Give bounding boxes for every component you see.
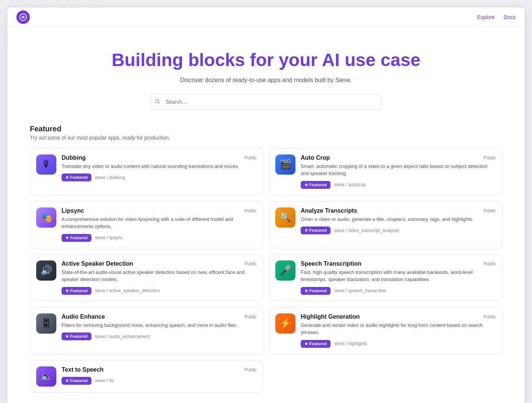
card-audio-enhance[interactable]: 🎛 Audio Enhance Public Filters for remov… (30, 307, 263, 354)
card-autocrop[interactable]: 🎬 Auto Crop Public Smart, automatic crop… (269, 148, 502, 195)
nav-explore[interactable]: Explore (477, 14, 495, 20)
card-public-label: Public (244, 314, 257, 319)
featured-badge: ★ Featured (301, 340, 331, 348)
card-description: Filters for removing background noise, e… (62, 322, 257, 329)
card-active-speaker[interactable]: 🔊 Active Speaker Detection Public State-… (30, 254, 263, 301)
card-dubbing[interactable]: 🎙 Dubbing Public Translate any video or … (30, 148, 263, 195)
card-info: Text to Speech Public ★ Featured sieve /… (62, 366, 257, 385)
card-title-row: Text to Speech Public (62, 366, 257, 373)
card-footer: ★ Featured sieve / tts (62, 377, 257, 385)
card-description: A comprehensive solution for video lipsy… (62, 216, 257, 230)
card-path: sieve / highlights (334, 341, 367, 346)
card-icon-speech-transcription: 🎤 (275, 260, 295, 281)
logo[interactable] (16, 10, 30, 24)
card-public-label: Public (244, 367, 257, 372)
card-info: Active Speaker Detection Public State-of… (62, 260, 257, 295)
card-public-label: Public (484, 208, 496, 213)
card-icon-highlight-generation: ⚡ (275, 313, 295, 334)
card-info: Speech Transcription Public Fast, high q… (301, 260, 496, 295)
card-title-row: Audio Enhance Public (62, 313, 257, 320)
card-title-row: Auto Crop Public (301, 154, 496, 161)
search-container (150, 94, 382, 110)
card-header: 🎙 Dubbing Public Translate any video or … (36, 154, 257, 182)
card-highlight-generation[interactable]: ⚡ Highlight Generation Public Generate a… (269, 307, 502, 354)
card-analyze-transcripts[interactable]: 🔍 Analyze Transcripts Public Given a vid… (269, 201, 502, 248)
card-public-label: Public (484, 261, 496, 266)
card-icon-dubbing: 🎙 (36, 154, 56, 175)
search-icon (155, 99, 160, 105)
card-header: 🎛 Audio Enhance Public Filters for remov… (36, 313, 257, 341)
card-footer: ★ Featured sieve / highlights (301, 340, 496, 348)
featured-badge: ★ Featured (62, 332, 91, 340)
card-title-row: Speech Transcription Public (301, 260, 496, 267)
card-title: Dubbing (62, 154, 86, 161)
card-title-row: Dubbing Public (62, 154, 257, 161)
featured-badge: ★ Featured (301, 227, 331, 234)
card-description: Smart, automatic cropping of a video to … (301, 163, 496, 177)
featured-badge: ★ Featured (301, 287, 331, 295)
featured-badge: ★ Featured (62, 377, 91, 385)
card-public-label: Public (484, 314, 496, 319)
hero-section: Building blocks for your AI use case Dis… (7, 27, 525, 125)
card-public-label: Public (484, 155, 496, 160)
card-icon-analyze-transcripts: 🔍 (275, 207, 295, 228)
card-info: Highlight Generation Public Generate and… (301, 313, 496, 348)
card-info: Lipsync Public A comprehensive solution … (62, 207, 257, 242)
featured-badge: ★ Featured (301, 181, 331, 189)
card-description: State-of-the-art audio-visual active spe… (62, 269, 257, 283)
card-info: Analyze Transcripts Public Given a video… (301, 207, 496, 235)
search-input[interactable] (150, 94, 382, 110)
nav-docs[interactable]: Docs (504, 14, 516, 20)
card-path: sieve / active_speaker_detection (95, 288, 160, 293)
card-icon-autocrop: 🎬 (275, 154, 295, 175)
navigation: Explore Docs (7, 7, 525, 27)
cards-grid: 🎙 Dubbing Public Translate any video or … (30, 148, 502, 393)
card-info: Dubbing Public Translate any video or au… (62, 154, 257, 182)
card-path: sieve / tts (95, 378, 114, 383)
card-public-label: Public (244, 261, 257, 266)
card-title: Lipsync (62, 207, 84, 214)
card-path: sieve / lipsync (95, 235, 123, 240)
featured-section: Featured Try out some of our most popula… (7, 125, 525, 393)
card-info: Auto Crop Public Smart, automatic croppi… (301, 154, 496, 189)
card-header: 🔍 Analyze Transcripts Public Given a vid… (275, 207, 496, 235)
card-path: sieve / speech_transcriber (334, 288, 387, 293)
card-header: 🔈 Text to Speech Public ★ Featured sieve… (36, 366, 257, 387)
card-title-row: Lipsync Public (62, 207, 257, 214)
card-icon-lipsync: 🎭 (36, 207, 56, 228)
card-path: sieve / video_transcript_analyzer (334, 228, 400, 233)
card-footer: ★ Featured sieve / video_transcript_anal… (301, 227, 496, 234)
logo-icon (16, 10, 30, 24)
hero-subtitle: Discover dozens of ready-to-use apps and… (15, 77, 517, 84)
main-content: Building blocks for your AI use case Dis… (7, 27, 525, 403)
card-lipsync[interactable]: 🎭 Lipsync Public A comprehensive solutio… (30, 201, 263, 248)
featured-badge: ★ Featured (62, 174, 91, 181)
card-header: 🎤 Speech Transcription Public Fast, high… (275, 260, 496, 295)
card-public-label: Public (244, 208, 257, 213)
featured-badge: ★ Featured (62, 287, 91, 295)
card-header: 🎬 Auto Crop Public Smart, automatic crop… (275, 154, 496, 189)
nav-links: Explore Docs (477, 14, 516, 20)
card-title-row: Analyze Transcripts Public (301, 207, 496, 214)
card-speech-transcription[interactable]: 🎤 Speech Transcription Public Fast, high… (269, 254, 502, 301)
featured-badge: ★ Featured (62, 234, 91, 242)
card-title: Active Speaker Detection (62, 260, 133, 267)
card-title: Highlight Generation (301, 313, 360, 320)
card-icon-active-speaker: 🔊 (36, 260, 56, 281)
card-tts[interactable]: 🔈 Text to Speech Public ★ Featured sieve… (30, 360, 263, 393)
card-title-row: Active Speaker Detection Public (62, 260, 257, 267)
card-footer: ★ Featured sieve / autocrop (301, 181, 496, 189)
card-description: Given a video or audio, generate a title… (301, 216, 496, 223)
card-footer: ★ Featured sieve / lipsync (62, 234, 257, 242)
card-header: 🎭 Lipsync Public A comprehensive solutio… (36, 207, 257, 242)
card-description: Translate any video or audio content wit… (62, 163, 257, 170)
card-public-label: Public (244, 155, 257, 160)
card-path: sieve / autocrop (334, 182, 366, 187)
card-title: Analyze Transcripts (301, 207, 357, 214)
card-description: Generate and render video or audio highl… (301, 322, 496, 336)
card-title: Audio Enhance (62, 313, 105, 320)
section-title: Featured (30, 125, 502, 133)
card-footer: ★ Featured sieve / speech_transcriber (301, 287, 496, 295)
card-title: Speech Transcription (301, 260, 362, 267)
card-icon-tts: 🔈 (36, 366, 56, 387)
